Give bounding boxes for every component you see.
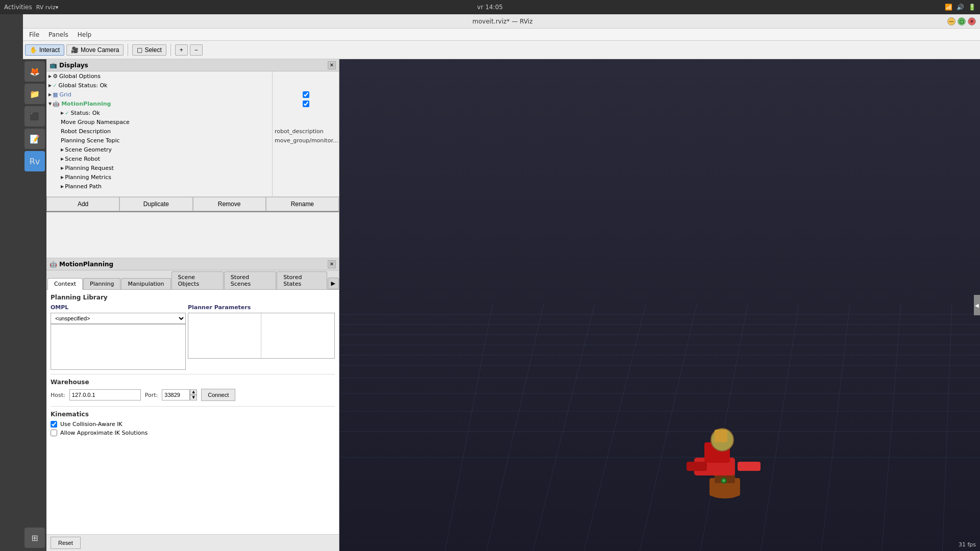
tab-planning[interactable]: Planning bbox=[83, 278, 120, 289]
planner-params-column: Planner Parameters bbox=[188, 304, 335, 370]
sidebar-firefox-icon[interactable]: 🦊 bbox=[24, 61, 45, 82]
kinematics-title: Kinematics bbox=[51, 411, 335, 418]
host-label: Host: bbox=[51, 392, 65, 398]
activities-label[interactable]: Activities bbox=[4, 4, 32, 11]
warehouse-row: Host: Port: ▲ ▼ Connect bbox=[51, 389, 335, 401]
interact-button[interactable]: ✋ Interact bbox=[25, 44, 64, 56]
app-name[interactable]: RV rviz▾ bbox=[36, 4, 58, 11]
rename-button[interactable]: Rename bbox=[266, 197, 339, 211]
tree-item-planning-scene-topic[interactable]: Planning Scene Topic bbox=[46, 136, 272, 145]
kinematics-section: Kinematics Use Collision-Aware IK Allow … bbox=[51, 406, 335, 436]
tree-item-motionplanning[interactable]: ▼ 🤖 MotionPlanning bbox=[46, 99, 272, 108]
port-label: Port: bbox=[145, 392, 158, 398]
tree-item-global-options[interactable]: ▶ ⚙ Global Options bbox=[46, 71, 272, 81]
approx-ik-checkbox[interactable] bbox=[51, 430, 57, 436]
ompl-label: OMPL bbox=[51, 304, 186, 311]
robot-svg bbox=[684, 407, 766, 509]
menu-help[interactable]: Help bbox=[74, 30, 95, 39]
tree-item-grid[interactable]: ▶ ▦ Grid bbox=[46, 90, 272, 99]
planning-library-grid: OMPL <unspecified> Planner Parameters bbox=[51, 304, 335, 370]
main-content: 🦊 📁 ⬛ 📝 Rv ⊞ 📺 Displays ✕ bbox=[23, 59, 980, 551]
minus-button[interactable]: − bbox=[190, 44, 203, 56]
sidebar-apps-icon[interactable]: ⊞ bbox=[24, 528, 45, 548]
params-right bbox=[261, 313, 334, 358]
menu-panels[interactable]: Panels bbox=[44, 30, 72, 39]
move-camera-button[interactable]: 🎥 Move Camera bbox=[66, 44, 124, 56]
tree-item-robot-desc[interactable]: Robot Description bbox=[46, 127, 272, 136]
planning-scene-value: move_group/monitor... bbox=[273, 136, 339, 145]
displays-icon: 📺 bbox=[50, 62, 57, 69]
sidebar-terminal-icon[interactable]: ⬛ bbox=[24, 106, 45, 127]
params-area bbox=[188, 313, 335, 359]
collision-ik-row: Use Collision-Aware IK bbox=[51, 421, 335, 428]
params-left bbox=[188, 313, 261, 358]
spin-down-button[interactable]: ▼ bbox=[190, 395, 197, 400]
collision-ik-checkbox[interactable] bbox=[51, 421, 57, 428]
spin-up-button[interactable]: ▲ bbox=[190, 389, 197, 395]
planning-library-title: Planning Library bbox=[51, 294, 335, 301]
svg-rect-29 bbox=[715, 430, 727, 442]
minimize-button[interactable]: — bbox=[947, 17, 955, 26]
left-panel: 📺 Displays ✕ ▶ ⚙ Global Options bbox=[46, 59, 339, 551]
sidebar-text-icon[interactable]: 📝 bbox=[24, 129, 45, 149]
wifi-icon: 📶 bbox=[945, 4, 952, 11]
collision-ik-label[interactable]: Use Collision-Aware IK bbox=[60, 421, 122, 428]
maximize-button[interactable]: □ bbox=[958, 17, 966, 26]
sidebar-rviz-icon[interactable]: Rv bbox=[24, 151, 45, 171]
duplicate-button[interactable]: Duplicate bbox=[119, 197, 192, 211]
tree-item-scene-robot[interactable]: ▶ Scene Robot bbox=[46, 154, 272, 163]
plus-button[interactable]: + bbox=[175, 44, 188, 56]
approx-ik-label[interactable]: Allow Approximate IK Solutions bbox=[60, 430, 148, 436]
connect-button[interactable]: Connect bbox=[201, 389, 235, 401]
app-window: moveit.rviz* — RViz — □ ✕ File Panels He… bbox=[23, 14, 980, 551]
port-spinner: ▲ ▼ bbox=[162, 389, 197, 400]
motionplanning-checkbox[interactable] bbox=[303, 101, 309, 107]
tab-scene-objects[interactable]: Scene Objects bbox=[172, 271, 224, 289]
menu-bar: File Panels Help bbox=[23, 29, 980, 41]
displays-header: 📺 Displays ✕ bbox=[46, 59, 339, 71]
tab-more-button[interactable]: ▶ bbox=[328, 278, 339, 289]
move-camera-icon: 🎥 bbox=[71, 46, 79, 54]
tab-content-context: Planning Library OMPL <unspecified> Plan… bbox=[46, 290, 339, 534]
tab-stored-scenes[interactable]: Stored Scenes bbox=[224, 271, 276, 289]
viewport-collapse-button[interactable]: ◀ bbox=[974, 295, 980, 315]
host-input[interactable] bbox=[69, 389, 141, 400]
close-button[interactable]: ✕ bbox=[968, 17, 976, 26]
svg-rect-0 bbox=[339, 59, 980, 551]
tab-manipulation[interactable]: Manipulation bbox=[121, 278, 170, 289]
ompl-select[interactable]: <unspecified> bbox=[51, 313, 186, 324]
reset-button[interactable]: Reset bbox=[51, 537, 81, 549]
power-icon: 🔋 bbox=[968, 4, 976, 11]
tree-item-status-ok[interactable]: ▶ ✓ Status: Ok bbox=[46, 108, 272, 117]
approx-ik-row: Allow Approximate IK Solutions bbox=[51, 430, 335, 436]
mp-close-button[interactable]: ✕ bbox=[328, 260, 336, 268]
tab-context[interactable]: Context bbox=[47, 278, 83, 290]
empty-area bbox=[46, 212, 339, 258]
displays-close-button[interactable]: ✕ bbox=[328, 61, 336, 69]
ompl-list-area bbox=[51, 324, 186, 370]
grid-checkbox[interactable] bbox=[303, 91, 309, 98]
robot-desc-value: robot_description bbox=[273, 127, 339, 136]
robot-container bbox=[684, 407, 766, 510]
tree-item-move-group-ns[interactable]: Move Group Namespace bbox=[46, 117, 272, 127]
toolbar: ✋ Interact 🎥 Move Camera ▢ Select + − bbox=[23, 41, 980, 59]
tree-item-global-status[interactable]: ▶ ✓ Global Status: Ok bbox=[46, 81, 272, 90]
menu-file[interactable]: File bbox=[25, 30, 43, 39]
tree-item-planned-path[interactable]: ▶ Planned Path bbox=[46, 182, 272, 191]
grid-checkbox-cell bbox=[273, 90, 339, 99]
sidebar-files-icon[interactable]: 📁 bbox=[24, 84, 45, 104]
tab-stored-states[interactable]: Stored States bbox=[277, 271, 327, 289]
tree-item-planning-request[interactable]: ▶ Planning Request bbox=[46, 163, 272, 172]
ompl-column: OMPL <unspecified> bbox=[51, 304, 186, 370]
displays-title: Displays bbox=[59, 62, 88, 69]
remove-button[interactable]: Remove bbox=[193, 197, 266, 211]
tree-item-scene-geometry[interactable]: ▶ Scene Geometry bbox=[46, 145, 272, 154]
tree-item-planning-metrics[interactable]: ▶ Planning Metrics bbox=[46, 172, 272, 182]
port-input[interactable] bbox=[162, 389, 190, 400]
viewport[interactable]: ◀ 31 fps bbox=[339, 59, 980, 551]
add-button[interactable]: Add bbox=[46, 197, 119, 211]
spin-buttons: ▲ ▼ bbox=[190, 389, 197, 400]
system-bar: Activities RV rviz▾ vr 14:05 📶 🔊 🔋 bbox=[0, 0, 980, 14]
select-button[interactable]: ▢ Select bbox=[132, 44, 166, 56]
svg-rect-33 bbox=[738, 462, 761, 471]
